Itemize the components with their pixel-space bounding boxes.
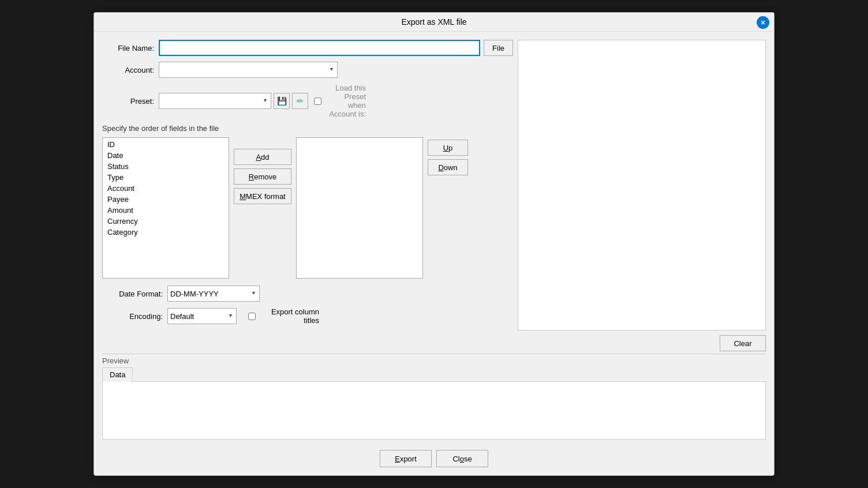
data-tab[interactable]: Data xyxy=(102,367,133,382)
dialog-body: File Name: File Account: Preset: xyxy=(94,32,774,331)
preview-tabs: Data xyxy=(102,367,766,382)
file-name-input[interactable] xyxy=(159,40,480,56)
up-down-buttons: Up Down xyxy=(428,137,468,175)
right-panel xyxy=(518,40,766,331)
account-select[interactable] xyxy=(159,62,338,78)
fields-area: IDDateStatusTypeAccountPayeeAmountCurren… xyxy=(102,137,513,279)
date-format-row: Date Format: DD-MM-YYYYMM-DD-YYYYYYYY-MM… xyxy=(102,286,513,302)
order-list[interactable] xyxy=(296,137,423,279)
export-col-titles-row: Export column titles xyxy=(248,307,324,325)
field-item[interactable]: Account xyxy=(103,183,229,194)
field-item[interactable]: Type xyxy=(103,172,229,183)
clear-button[interactable]: Clear xyxy=(720,335,766,351)
file-name-row: File Name: File xyxy=(102,40,513,56)
encoding-row: Encoding: DefaultUTF-8UTF-16ISO-8859-1 E… xyxy=(102,307,513,325)
export-col-titles-label: Export column titles xyxy=(259,307,319,325)
remove-button[interactable]: Remove xyxy=(234,168,291,185)
encoding-label: Encoding: xyxy=(102,312,163,321)
preset-label: Preset: xyxy=(102,97,154,106)
add-label: Add xyxy=(256,153,269,162)
export-col-titles-checkbox[interactable] xyxy=(248,313,256,320)
field-item[interactable]: Payee xyxy=(103,194,229,205)
remove-label: Remove xyxy=(249,172,276,181)
edit-icon: ✏ xyxy=(297,96,304,106)
load-preset-label: Load this Preset when Account is: xyxy=(314,84,366,118)
save-icon: 💾 xyxy=(277,96,287,106)
preset-select[interactable] xyxy=(159,93,271,109)
field-item[interactable]: Amount xyxy=(103,205,229,216)
preview-label: Preview xyxy=(102,354,766,365)
bottom-buttons: Export Close xyxy=(94,444,774,475)
preview-content xyxy=(102,382,766,440)
add-button[interactable]: Add xyxy=(234,149,291,165)
mmex-label: MMEX format xyxy=(240,192,285,201)
encoding-select-wrapper: DefaultUTF-8UTF-16ISO-8859-1 xyxy=(167,308,237,324)
export-xml-dialog: Export as XML file × File Name: File Acc… xyxy=(93,12,775,476)
field-item[interactable]: Category xyxy=(103,227,229,238)
file-name-label: File Name: xyxy=(102,44,154,52)
date-format-select-wrapper: DD-MM-YYYYMM-DD-YYYYYYYY-MM-DD xyxy=(167,286,260,302)
title-bar: Export as XML file × xyxy=(94,13,774,32)
field-item[interactable]: Status xyxy=(103,161,229,172)
close-x-button[interactable]: × xyxy=(757,16,769,29)
up-label: Up xyxy=(443,144,453,152)
mmex-format-button[interactable]: MMEX format xyxy=(234,188,291,204)
field-item[interactable]: Currency xyxy=(103,216,229,227)
dialog-title: Export as XML file xyxy=(401,17,466,27)
load-preset-checkbox[interactable] xyxy=(314,97,321,105)
field-item[interactable]: ID xyxy=(103,139,229,150)
preset-select-wrapper xyxy=(159,93,271,109)
close-label: Close xyxy=(452,455,472,463)
clear-btn-area: Clear xyxy=(94,331,774,354)
account-select-wrapper xyxy=(159,62,338,78)
center-buttons: Add Remove MMEX format xyxy=(234,137,291,204)
preset-row: Preset: 💾 ✏ Load this Preset when Accoun… xyxy=(102,84,513,118)
up-button[interactable]: Up xyxy=(428,140,468,156)
save-preset-button[interactable]: 💾 xyxy=(274,93,290,109)
down-button[interactable]: Down xyxy=(428,159,468,175)
close-button[interactable]: Close xyxy=(436,450,488,467)
export-button[interactable]: Export xyxy=(380,450,432,467)
encoding-select[interactable]: DefaultUTF-8UTF-16ISO-8859-1 xyxy=(167,308,237,324)
field-item[interactable]: Date xyxy=(103,150,229,161)
fields-header: Specify the order of fields in the file xyxy=(102,124,513,133)
account-label: Account: xyxy=(102,66,154,74)
date-format-select[interactable]: DD-MM-YYYYMM-DD-YYYYYYYY-MM-DD xyxy=(167,286,260,302)
load-preset-text: Load this Preset when Account is: xyxy=(327,84,366,118)
export-label: Export xyxy=(395,455,417,463)
date-format-label: Date Format: xyxy=(102,290,163,298)
account-row: Account: xyxy=(102,62,513,78)
preview-section: Preview Data xyxy=(94,354,774,444)
left-panel: File Name: File Account: Preset: xyxy=(102,40,513,331)
file-button[interactable]: File xyxy=(484,40,513,56)
down-label: Down xyxy=(438,163,457,172)
edit-preset-button[interactable]: ✏ xyxy=(292,93,308,109)
available-fields-list[interactable]: IDDateStatusTypeAccountPayeeAmountCurren… xyxy=(102,137,229,279)
